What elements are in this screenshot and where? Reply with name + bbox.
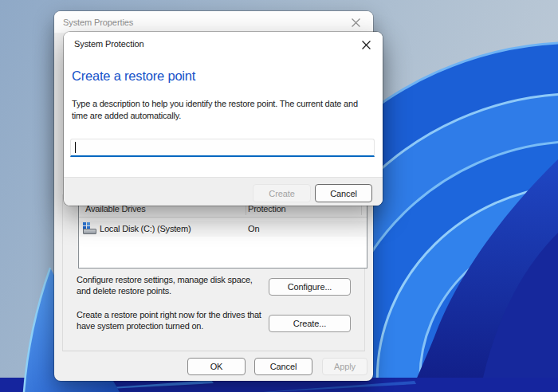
apply-button: Apply xyxy=(322,358,367,375)
create-now-description: Create a restore point right now for the… xyxy=(77,309,261,331)
drive-row-local-disk-c[interactable]: Local Disk (C:) (System) On xyxy=(79,221,367,237)
dialog-cancel-button[interactable]: Cancel xyxy=(315,184,372,202)
dialog-create-button: Create xyxy=(253,184,311,202)
dialog-footer: Create Cancel xyxy=(64,177,383,206)
drive-protection-status: On xyxy=(248,221,260,237)
configure-description: Configure restore settings, manage disk … xyxy=(77,274,253,296)
window-title: System Properties xyxy=(63,11,133,33)
close-icon xyxy=(352,18,360,27)
window-close-button[interactable] xyxy=(343,14,368,31)
cancel-button[interactable]: Cancel xyxy=(254,358,312,375)
create-now-button[interactable]: Create... xyxy=(269,315,351,332)
close-icon xyxy=(362,41,371,49)
restore-point-heading: Create a restore point xyxy=(72,69,195,84)
restore-point-input-wrap xyxy=(70,139,375,157)
restore-point-description: Type a description to help you identify … xyxy=(72,98,358,122)
dialog-title: System Protection xyxy=(74,32,144,56)
text-caret xyxy=(75,142,76,153)
ok-button[interactable]: OK xyxy=(187,358,246,375)
available-drives-list[interactable]: Available Drives Protection Local Disk (… xyxy=(78,199,367,269)
desktop: System Properties Available Drives Prote… xyxy=(0,0,558,392)
dialog-close-button[interactable] xyxy=(355,37,377,53)
system-properties-titlebar[interactable]: System Properties xyxy=(54,11,373,33)
dialog-titlebar[interactable]: System Protection xyxy=(64,32,383,56)
drive-name: Local Disk (C:) (System) xyxy=(100,221,191,237)
hard-drive-icon xyxy=(83,222,96,234)
restore-point-description-input[interactable] xyxy=(70,139,375,157)
configure-button[interactable]: Configure... xyxy=(269,278,351,296)
system-protection-dialog: System Protection Create a restore point… xyxy=(64,32,383,206)
